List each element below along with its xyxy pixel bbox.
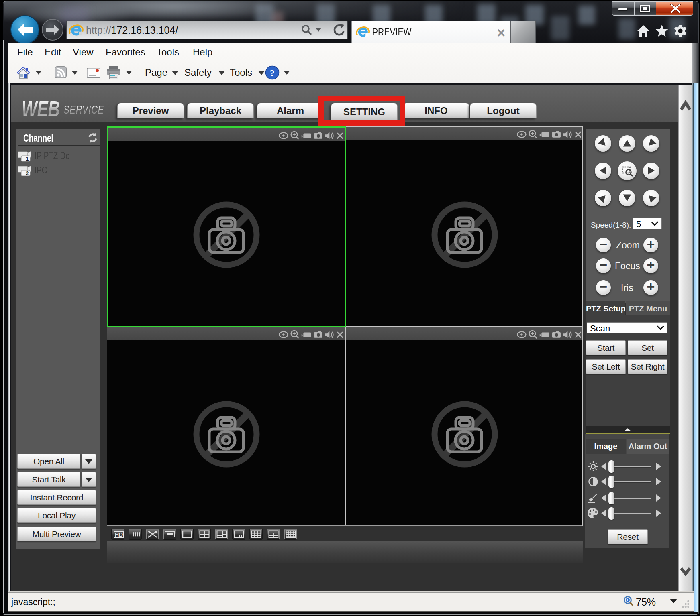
svg-text:?: ? xyxy=(270,68,275,78)
svg-text:2: 2 xyxy=(26,170,29,176)
svg-text:1: 1 xyxy=(26,156,29,162)
